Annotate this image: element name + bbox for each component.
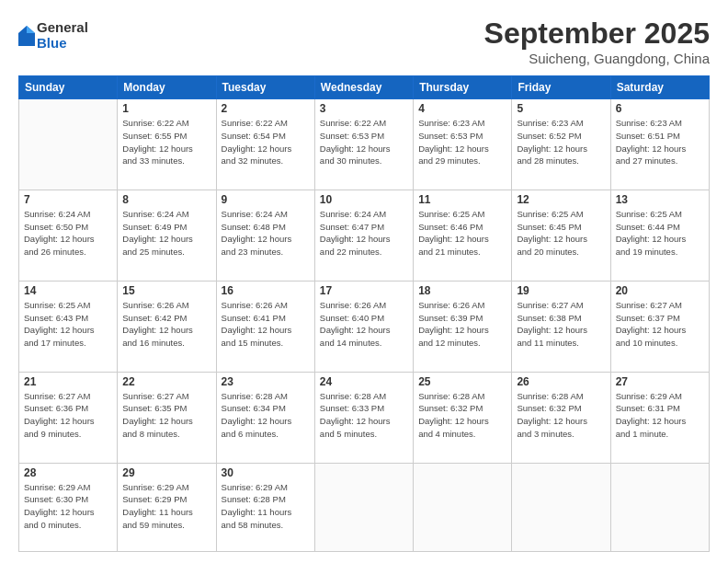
- logo-icon: [18, 26, 35, 46]
- day-info: Sunrise: 6:25 AM Sunset: 6:43 PM Dayligh…: [24, 299, 112, 350]
- calendar-cell: 24Sunrise: 6:28 AM Sunset: 6:33 PM Dayli…: [314, 372, 413, 463]
- day-info: Sunrise: 6:25 AM Sunset: 6:45 PM Dayligh…: [517, 208, 605, 259]
- day-number: 16: [222, 284, 310, 297]
- day-info: Sunrise: 6:28 AM Sunset: 6:33 PM Dayligh…: [320, 390, 408, 441]
- calendar-cell: 10Sunrise: 6:24 AM Sunset: 6:47 PM Dayli…: [314, 190, 413, 281]
- day-number: 10: [320, 193, 408, 206]
- week-row-5: 28Sunrise: 6:29 AM Sunset: 6:30 PM Dayli…: [19, 463, 710, 552]
- calendar-cell: [512, 463, 610, 552]
- calendar-cell: [314, 463, 413, 552]
- calendar-table: SundayMondayTuesdayWednesdayThursdayFrid…: [18, 75, 710, 552]
- day-number: 20: [616, 284, 704, 297]
- calendar-cell: 26Sunrise: 6:28 AM Sunset: 6:32 PM Dayli…: [512, 372, 610, 463]
- calendar-cell: [19, 99, 118, 190]
- day-info: Sunrise: 6:26 AM Sunset: 6:42 PM Dayligh…: [122, 299, 210, 350]
- day-info: Sunrise: 6:27 AM Sunset: 6:37 PM Dayligh…: [616, 299, 704, 350]
- day-info: Sunrise: 6:24 AM Sunset: 6:47 PM Dayligh…: [320, 208, 408, 259]
- day-number: 8: [122, 193, 210, 206]
- day-info: Sunrise: 6:29 AM Sunset: 6:28 PM Dayligh…: [222, 481, 310, 532]
- day-info: Sunrise: 6:24 AM Sunset: 6:48 PM Dayligh…: [222, 208, 310, 259]
- day-number: 12: [517, 193, 605, 206]
- calendar-cell: 12Sunrise: 6:25 AM Sunset: 6:45 PM Dayli…: [512, 190, 610, 281]
- calendar-cell: 5Sunrise: 6:23 AM Sunset: 6:52 PM Daylig…: [512, 99, 610, 190]
- day-info: Sunrise: 6:26 AM Sunset: 6:41 PM Dayligh…: [222, 299, 310, 350]
- day-info: Sunrise: 6:29 AM Sunset: 6:29 PM Dayligh…: [122, 481, 210, 532]
- weekday-header-saturday: Saturday: [610, 76, 709, 99]
- calendar-cell: 4Sunrise: 6:23 AM Sunset: 6:53 PM Daylig…: [414, 99, 512, 190]
- day-number: 18: [418, 284, 506, 297]
- day-info: Sunrise: 6:27 AM Sunset: 6:36 PM Dayligh…: [24, 390, 112, 441]
- day-info: Sunrise: 6:25 AM Sunset: 6:44 PM Dayligh…: [616, 208, 704, 259]
- calendar-cell: 27Sunrise: 6:29 AM Sunset: 6:31 PM Dayli…: [610, 372, 709, 463]
- weekday-header-row: SundayMondayTuesdayWednesdayThursdayFrid…: [19, 76, 710, 99]
- day-info: Sunrise: 6:26 AM Sunset: 6:39 PM Dayligh…: [418, 299, 506, 350]
- day-number: 11: [418, 193, 506, 206]
- calendar-cell: 28Sunrise: 6:29 AM Sunset: 6:30 PM Dayli…: [19, 463, 118, 552]
- day-info: Sunrise: 6:23 AM Sunset: 6:51 PM Dayligh…: [616, 117, 704, 167]
- calendar-cell: 20Sunrise: 6:27 AM Sunset: 6:37 PM Dayli…: [610, 281, 709, 372]
- day-number: 24: [320, 375, 408, 388]
- calendar-cell: 3Sunrise: 6:22 AM Sunset: 6:53 PM Daylig…: [314, 99, 413, 190]
- day-number: 19: [517, 284, 605, 297]
- page: General Blue September 2025 Suicheng, Gu…: [0, 0, 728, 563]
- calendar-cell: [610, 463, 709, 552]
- day-info: Sunrise: 6:23 AM Sunset: 6:52 PM Dayligh…: [517, 117, 605, 167]
- month-title: September 2025: [484, 17, 710, 51]
- day-number: 6: [616, 102, 704, 115]
- day-number: 13: [616, 193, 704, 206]
- day-info: Sunrise: 6:29 AM Sunset: 6:30 PM Dayligh…: [24, 481, 112, 532]
- calendar-cell: 19Sunrise: 6:27 AM Sunset: 6:38 PM Dayli…: [512, 281, 610, 372]
- calendar-cell: 18Sunrise: 6:26 AM Sunset: 6:39 PM Dayli…: [414, 281, 512, 372]
- calendar-cell: 21Sunrise: 6:27 AM Sunset: 6:36 PM Dayli…: [19, 372, 118, 463]
- day-info: Sunrise: 6:24 AM Sunset: 6:49 PM Dayligh…: [122, 208, 210, 259]
- calendar-cell: 2Sunrise: 6:22 AM Sunset: 6:54 PM Daylig…: [216, 99, 314, 190]
- day-info: Sunrise: 6:22 AM Sunset: 6:54 PM Dayligh…: [222, 117, 310, 167]
- day-info: Sunrise: 6:22 AM Sunset: 6:55 PM Dayligh…: [122, 117, 210, 167]
- weekday-header-wednesday: Wednesday: [314, 76, 413, 99]
- day-number: 26: [517, 375, 605, 388]
- svg-marker-1: [27, 26, 35, 33]
- day-info: Sunrise: 6:28 AM Sunset: 6:32 PM Dayligh…: [418, 390, 506, 441]
- day-number: 2: [222, 102, 310, 115]
- day-number: 25: [418, 375, 506, 388]
- day-info: Sunrise: 6:25 AM Sunset: 6:46 PM Dayligh…: [418, 208, 506, 259]
- week-row-3: 14Sunrise: 6:25 AM Sunset: 6:43 PM Dayli…: [19, 281, 710, 372]
- day-info: Sunrise: 6:28 AM Sunset: 6:32 PM Dayligh…: [517, 390, 605, 441]
- logo: General Blue: [18, 20, 88, 51]
- calendar-cell: 15Sunrise: 6:26 AM Sunset: 6:42 PM Dayli…: [118, 281, 216, 372]
- weekday-header-tuesday: Tuesday: [216, 76, 314, 99]
- weekday-header-friday: Friday: [512, 76, 610, 99]
- title-block: September 2025 Suicheng, Guangdong, Chin…: [484, 17, 710, 66]
- day-number: 15: [122, 284, 210, 297]
- day-info: Sunrise: 6:23 AM Sunset: 6:53 PM Dayligh…: [418, 117, 506, 167]
- day-number: 30: [222, 466, 310, 479]
- header: General Blue September 2025 Suicheng, Gu…: [18, 17, 710, 66]
- day-info: Sunrise: 6:27 AM Sunset: 6:35 PM Dayligh…: [122, 390, 210, 441]
- day-number: 27: [616, 375, 704, 388]
- logo-text: General Blue: [37, 20, 88, 51]
- calendar-cell: 22Sunrise: 6:27 AM Sunset: 6:35 PM Dayli…: [118, 372, 216, 463]
- calendar-cell: 11Sunrise: 6:25 AM Sunset: 6:46 PM Dayli…: [414, 190, 512, 281]
- logo-general-text: General: [37, 20, 88, 36]
- day-number: 1: [122, 102, 210, 115]
- day-number: 29: [122, 466, 210, 479]
- day-number: 5: [517, 102, 605, 115]
- day-info: Sunrise: 6:28 AM Sunset: 6:34 PM Dayligh…: [222, 390, 310, 441]
- weekday-header-monday: Monday: [118, 76, 216, 99]
- calendar-cell: 23Sunrise: 6:28 AM Sunset: 6:34 PM Dayli…: [216, 372, 314, 463]
- calendar-cell: 25Sunrise: 6:28 AM Sunset: 6:32 PM Dayli…: [414, 372, 512, 463]
- day-number: 17: [320, 284, 408, 297]
- calendar-cell: 30Sunrise: 6:29 AM Sunset: 6:28 PM Dayli…: [216, 463, 314, 552]
- calendar-cell: 17Sunrise: 6:26 AM Sunset: 6:40 PM Dayli…: [314, 281, 413, 372]
- calendar-cell: 9Sunrise: 6:24 AM Sunset: 6:48 PM Daylig…: [216, 190, 314, 281]
- day-number: 4: [418, 102, 506, 115]
- calendar-cell: 1Sunrise: 6:22 AM Sunset: 6:55 PM Daylig…: [118, 99, 216, 190]
- day-number: 21: [24, 375, 112, 388]
- day-number: 23: [222, 375, 310, 388]
- weekday-header-sunday: Sunday: [19, 76, 118, 99]
- location-title: Suicheng, Guangdong, China: [484, 51, 710, 66]
- day-info: Sunrise: 6:29 AM Sunset: 6:31 PM Dayligh…: [616, 390, 704, 441]
- calendar-cell: 29Sunrise: 6:29 AM Sunset: 6:29 PM Dayli…: [118, 463, 216, 552]
- day-info: Sunrise: 6:22 AM Sunset: 6:53 PM Dayligh…: [320, 117, 408, 167]
- day-number: 22: [122, 375, 210, 388]
